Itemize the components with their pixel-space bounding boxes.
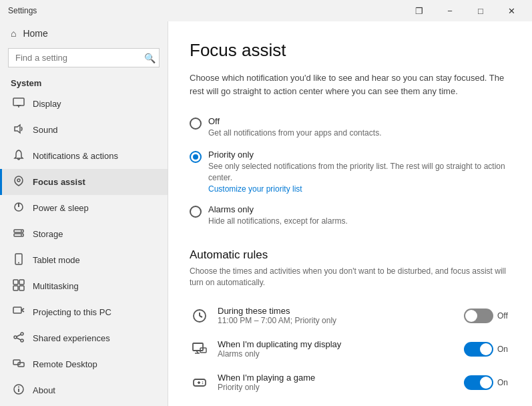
option-off-title: Off (208, 116, 381, 126)
sidebar-item-focus[interactable]: Focus assist (0, 169, 168, 195)
toggle-label-times: Off (497, 311, 511, 321)
close-button[interactable]: ✕ (496, 0, 527, 21)
rule-display-left: When I'm duplicating my display Alarms o… (190, 339, 341, 359)
notifications-icon (13, 149, 25, 163)
sidebar-display-label: Display (33, 99, 61, 109)
toggle-label-game: On (497, 378, 511, 387)
display-icon (13, 97, 25, 111)
toggle-label-display: On (497, 345, 511, 354)
sidebar-multitasking-label: Multitasking (33, 281, 79, 291)
rule-times-text: During these times 11:00 PM – 7:00 AM; P… (218, 306, 336, 325)
sidebar-item-home[interactable]: ⌂ Home (0, 21, 168, 45)
rule-display-text: When I'm duplicating my display Alarms o… (218, 339, 341, 359)
option-priority-label: Priority only See only selected notifica… (208, 150, 511, 194)
rule-times-toggle[interactable]: Off (464, 309, 511, 323)
option-priority-title: Priority only (208, 150, 511, 160)
remote-icon (13, 357, 25, 371)
rule-times-sub: 11:00 PM – 7:00 AM; Priority only (218, 316, 336, 325)
svg-rect-17 (13, 307, 21, 313)
sidebar-item-multitasking[interactable]: Multitasking (0, 273, 168, 299)
toggle-thumb-game (480, 377, 492, 389)
svg-line-24 (17, 338, 21, 340)
duplicate-button[interactable]: ❐ (404, 0, 435, 21)
rule-game-text: When I'm playing a game Priority only (218, 373, 315, 392)
sidebar-item-remote[interactable]: Remote Desktop (0, 351, 168, 377)
sidebar-home-label: Home (23, 28, 47, 39)
sidebar-item-storage[interactable]: Storage (0, 221, 168, 247)
svg-point-12 (18, 262, 19, 264)
sidebar-item-shared[interactable]: Shared experiences (0, 325, 168, 351)
svg-line-32 (200, 316, 202, 317)
search-input[interactable] (8, 48, 160, 67)
main-content: Focus assist Choose which notification y… (168, 21, 532, 406)
sound-icon (13, 123, 25, 137)
sidebar-item-display[interactable]: Display (0, 91, 168, 117)
rule-game: When I'm playing a game Priority only On (190, 366, 511, 399)
svg-rect-13 (13, 280, 18, 284)
radio-off[interactable] (190, 118, 202, 130)
sidebar-power-label: Power & sleep (33, 203, 89, 213)
svg-marker-3 (15, 125, 20, 133)
svg-point-40 (202, 381, 204, 383)
customize-link[interactable]: Customize your priority list (208, 184, 511, 194)
svg-point-29 (18, 387, 19, 388)
svg-point-21 (14, 336, 17, 339)
svg-rect-0 (13, 98, 24, 106)
title-bar: Settings ❐ − □ ✕ (0, 0, 532, 21)
power-icon (13, 201, 25, 215)
notification-options: Off Get all notifications from your apps… (190, 111, 511, 232)
radio-priority[interactable] (190, 151, 202, 163)
sidebar-item-power[interactable]: Power & sleep (0, 195, 168, 221)
svg-point-20 (21, 333, 23, 335)
svg-point-10 (21, 234, 22, 236)
auto-rules-desc: Choose the times and activities when you… (190, 266, 510, 288)
toggle-track-game[interactable] (464, 375, 493, 390)
monitor-icon (190, 339, 210, 359)
rule-game-sub: Priority only (218, 383, 315, 392)
sidebar: ⌂ Home 🔍 System Display Sou (0, 21, 168, 406)
window-controls: ❐ − □ ✕ (404, 0, 527, 21)
search-icon-button[interactable]: 🔍 (144, 53, 156, 63)
option-priority[interactable]: Priority only See only selected notifica… (190, 144, 511, 200)
intro-text: Choose which notification you'd like to … (190, 71, 511, 97)
radio-alarms[interactable] (190, 206, 202, 218)
rule-display: When I'm duplicating my display Alarms o… (190, 333, 511, 366)
option-alarms-desc: Hide all notifications, except for alarm… (208, 216, 348, 227)
window-title: Settings (8, 6, 37, 15)
toggle-track-display[interactable] (464, 342, 493, 357)
sidebar-item-about[interactable]: About (0, 377, 168, 403)
svg-rect-14 (19, 280, 24, 284)
toggle-thumb-display (480, 343, 492, 355)
option-off[interactable]: Off Get all notifications from your apps… (190, 111, 511, 144)
sidebar-item-projecting[interactable]: Projecting to this PC (0, 299, 168, 325)
sidebar-item-notifications[interactable]: Notifications & actions (0, 143, 168, 169)
sidebar-section-title: System (0, 73, 168, 91)
rule-display-sub: Alarms only (218, 349, 341, 359)
storage-icon (13, 227, 25, 241)
rule-display-toggle[interactable]: On (464, 342, 511, 357)
sidebar-item-tablet[interactable]: Tablet mode (0, 247, 168, 273)
auto-rules-title: Automatic rules (190, 248, 511, 262)
sidebar-item-sound[interactable]: Sound (0, 117, 168, 143)
toggle-track-times[interactable] (464, 309, 493, 323)
sidebar-notifications-label: Notifications & actions (33, 151, 118, 161)
option-priority-desc: See only selected notifications from the… (208, 161, 511, 184)
rule-times: During these times 11:00 PM – 7:00 AM; P… (190, 299, 511, 333)
option-off-label: Off Get all notifications from your apps… (208, 116, 381, 139)
sidebar-about-label: About (33, 385, 55, 395)
sidebar-focus-label: Focus assist (33, 177, 85, 187)
maximize-button[interactable]: □ (465, 0, 496, 21)
minimize-button[interactable]: − (435, 0, 465, 21)
rule-game-toggle[interactable]: On (464, 375, 511, 390)
option-alarms-label: Alarms only Hide all notifications, exce… (208, 204, 348, 227)
multitasking-icon (13, 279, 25, 293)
sidebar-remote-label: Remote Desktop (33, 359, 97, 369)
rule-game-left: When I'm playing a game Priority only (190, 373, 315, 393)
rule-times-left: During these times 11:00 PM – 7:00 AM; P… (190, 306, 336, 326)
option-alarms[interactable]: Alarms only Hide all notifications, exce… (190, 199, 511, 232)
sidebar-storage-label: Storage (33, 229, 63, 239)
svg-point-9 (21, 230, 22, 232)
projecting-icon (13, 305, 25, 319)
clock-icon (190, 306, 210, 326)
sidebar-sound-label: Sound (33, 125, 58, 135)
